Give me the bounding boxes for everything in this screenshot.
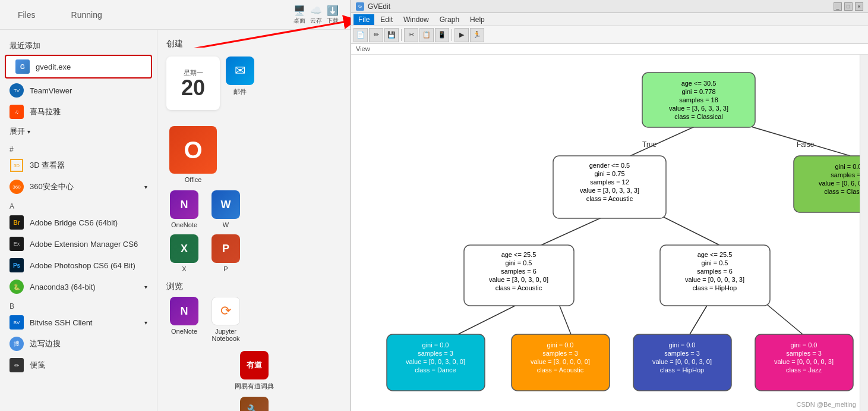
qiangzhi-app[interactable]: 🔧 强力卸载电脑中的软件 bbox=[166, 397, 342, 411]
top-bar: Files Running 🖥️ 桌面 ☁️ 云存 ⬇️ 下载 bbox=[0, 0, 351, 30]
gvedit-canvas[interactable]: True False age <= 30.5 gini = 0.778 samp… bbox=[351, 55, 868, 411]
svg-text:gini = 0.0: gini = 0.0 bbox=[547, 341, 574, 349]
onenote2-app[interactable]: N OneNote bbox=[166, 297, 202, 342]
create-header: 创建 bbox=[166, 39, 342, 49]
youdao-label: 网易有道词典 bbox=[235, 382, 274, 391]
browse-header: 浏览 bbox=[166, 281, 342, 292]
toolbar-separator-1 bbox=[401, 29, 402, 41]
minimize-button[interactable]: _ bbox=[834, 2, 842, 11]
expand-chevron-icon: ▾ bbox=[27, 128, 30, 135]
svg-text:samples = 3: samples = 3 bbox=[664, 350, 700, 357]
office-app[interactable]: O Office bbox=[166, 126, 220, 183]
svg-text:value = [3, 0, 0, 0, 0]: value = [3, 0, 0, 0, 0] bbox=[531, 358, 590, 365]
alpha-header-a: A bbox=[0, 197, 157, 212]
svg-line-7 bbox=[458, 305, 517, 334]
app-item-360[interactable]: 360 360安全中心 ▾ bbox=[0, 176, 157, 197]
app-item-3d[interactable]: 3D 3D 查看器 bbox=[0, 155, 157, 176]
photoshop-icon: Ps bbox=[10, 258, 24, 272]
app-item-photoshop[interactable]: Ps Adobe Photoshop CS6 (64 Bit) bbox=[0, 255, 157, 276]
bianbi-label: 便笺 bbox=[30, 360, 45, 371]
svg-text:class = Jazz: class = Jazz bbox=[786, 366, 822, 374]
svg-text:False: False bbox=[797, 140, 815, 149]
app-item-adobe-ext[interactable]: Ex Adobe Extension Manager CS6 bbox=[0, 233, 157, 255]
adobe-bridge-icon: Br bbox=[10, 215, 24, 230]
run-fast-button[interactable]: 🏃 bbox=[470, 28, 484, 42]
create-panel: 创建 星期一 20 ✉ 邮件 O Office bbox=[157, 30, 351, 411]
gvedit-title-icon: G bbox=[356, 2, 364, 11]
app-item-bitvise[interactable]: BV Bitvise SSH Client ▾ bbox=[0, 312, 157, 333]
menu-window[interactable]: Window bbox=[399, 14, 434, 25]
svg-text:class = Acoustic: class = Acoustic bbox=[495, 284, 542, 291]
browse-apps-grid: N OneNote ⟳ Jupyter Notebook bbox=[166, 297, 342, 342]
save-button[interactable]: 💾 bbox=[384, 28, 399, 42]
app-item-gvedit[interactable]: G gvedit.exe bbox=[5, 55, 152, 79]
powerpoint-app[interactable]: P P bbox=[208, 234, 244, 272]
cloud-icon-btn[interactable]: ☁️ 云存 bbox=[310, 5, 322, 25]
adobe-ext-label: Adobe Extension Manager CS6 bbox=[30, 240, 138, 249]
svg-text:gini = 0.5: gini = 0.5 bbox=[506, 259, 532, 266]
recent-section-header: 最近添加 bbox=[0, 36, 157, 54]
qiangzhi-icon: 🔧 bbox=[240, 397, 269, 411]
files-tab[interactable]: Files bbox=[12, 7, 42, 23]
bianbi-icon: ✏ bbox=[10, 358, 24, 372]
menu-graph[interactable]: Graph bbox=[435, 14, 464, 25]
svg-text:gini = 0.75: gini = 0.75 bbox=[594, 170, 624, 177]
cut-button[interactable]: ✂ bbox=[404, 28, 418, 42]
app-item-adobe-bridge[interactable]: Br Adobe Bridge CS6 (64bit) bbox=[0, 212, 157, 233]
svg-line-6 bbox=[660, 215, 719, 245]
app-item-teamviewer[interactable]: TV TeamViewer bbox=[0, 80, 157, 101]
menu-edit[interactable]: Edit bbox=[375, 14, 397, 25]
app-item-bianbi[interactable]: ✏ 便笺 bbox=[0, 354, 157, 376]
bianjie-label: 边写边搜 bbox=[30, 338, 61, 349]
360-icon: 360 bbox=[10, 180, 24, 194]
copy-button[interactable]: 📋 bbox=[419, 28, 434, 42]
maximize-button[interactable]: □ bbox=[844, 2, 853, 11]
menu-help[interactable]: Help bbox=[465, 14, 490, 25]
word-app[interactable]: W W bbox=[208, 190, 244, 228]
desktop-icon-btn[interactable]: 🖥️ 桌面 bbox=[293, 5, 305, 25]
svg-text:gini = 0.0: gini = 0.0 bbox=[835, 163, 862, 170]
himalaya-icon: ♫ bbox=[10, 105, 24, 119]
date-widget[interactable]: 星期一 20 bbox=[166, 57, 220, 110]
youdao-app[interactable]: 有道 网易有道词典 bbox=[166, 351, 342, 391]
app-item-anaconda[interactable]: 🐍 Anaconda3 (64-bit) ▾ bbox=[0, 276, 157, 297]
svg-text:samples = 6: samples = 6 bbox=[501, 268, 536, 275]
app-item-himalaya[interactable]: ♫ 喜马拉雅 bbox=[0, 101, 157, 123]
menu-file[interactable]: File bbox=[353, 14, 374, 25]
content-area: 最近添加 G gvedit.exe TV TeamViewer ♫ 喜马拉雅 bbox=[0, 30, 351, 411]
svg-text:samples = 3: samples = 3 bbox=[786, 350, 822, 357]
svg-text:value = [3, 6, 3, 3, 3]: value = [3, 6, 3, 3, 3] bbox=[669, 105, 728, 112]
app-item-bianjie[interactable]: 搜 边写边搜 bbox=[0, 333, 157, 354]
download-icon-btn[interactable]: ⬇️ 下载 bbox=[327, 5, 339, 25]
window-controls: _ □ × bbox=[834, 2, 863, 11]
new-file-button[interactable]: 📄 bbox=[353, 28, 368, 42]
svg-line-9 bbox=[690, 305, 708, 334]
close-button[interactable]: × bbox=[855, 2, 863, 11]
jupyter-app[interactable]: ⟳ Jupyter Notebook bbox=[208, 297, 244, 342]
anaconda-icon: 🐍 bbox=[10, 280, 24, 294]
svg-text:value = [3, 0, 3, 3, 3]: value = [3, 0, 3, 3, 3] bbox=[580, 187, 639, 194]
word-icon: W bbox=[212, 190, 240, 219]
excel-app[interactable]: X X bbox=[166, 234, 202, 272]
vertical-scrollbar[interactable] bbox=[860, 55, 868, 411]
running-tab[interactable]: Running bbox=[65, 7, 108, 23]
left-panel: Files Running 🖥️ 桌面 ☁️ 云存 ⬇️ 下载 bbox=[0, 0, 351, 411]
svg-line-10 bbox=[767, 305, 803, 334]
paste-button[interactable]: 📱 bbox=[435, 28, 449, 42]
expand-button[interactable]: 展开 ▾ bbox=[0, 123, 157, 140]
svg-text:value = [0, 0, 3, 0, 0]: value = [0, 0, 3, 0, 0] bbox=[406, 358, 465, 365]
mail-app[interactable]: ✉ 邮件 bbox=[226, 57, 254, 96]
teamviewer-icon: TV bbox=[10, 83, 24, 98]
powerpoint-icon: P bbox=[212, 234, 240, 263]
himalaya-label: 喜马拉雅 bbox=[30, 106, 61, 117]
svg-text:class = Dance: class = Dance bbox=[415, 366, 456, 374]
gvedit-menubar: File Edit Window Graph Help bbox=[351, 13, 868, 26]
run-button[interactable]: ▶ bbox=[454, 28, 469, 42]
mail-label: 邮件 bbox=[233, 87, 247, 96]
office-icon: O bbox=[169, 126, 217, 174]
office-label: Office bbox=[185, 176, 202, 183]
onenote-label: OneNote bbox=[171, 221, 197, 228]
svg-text:samples = 3: samples = 3 bbox=[418, 350, 453, 357]
onenote-app[interactable]: N OneNote bbox=[166, 190, 202, 228]
edit-button[interactable]: ✏ bbox=[369, 28, 383, 42]
